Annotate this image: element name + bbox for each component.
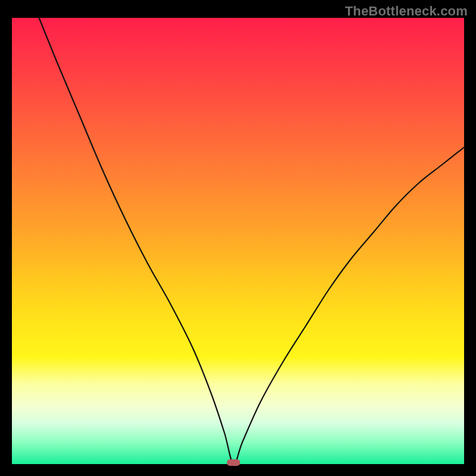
optimal-marker [227,459,240,466]
chart-frame: TheBottleneck.com [0,0,476,476]
chart-svg [12,18,464,464]
plot-area [12,18,464,464]
watermark-text: TheBottleneck.com [345,4,468,19]
bottleneck-curve [39,18,464,464]
